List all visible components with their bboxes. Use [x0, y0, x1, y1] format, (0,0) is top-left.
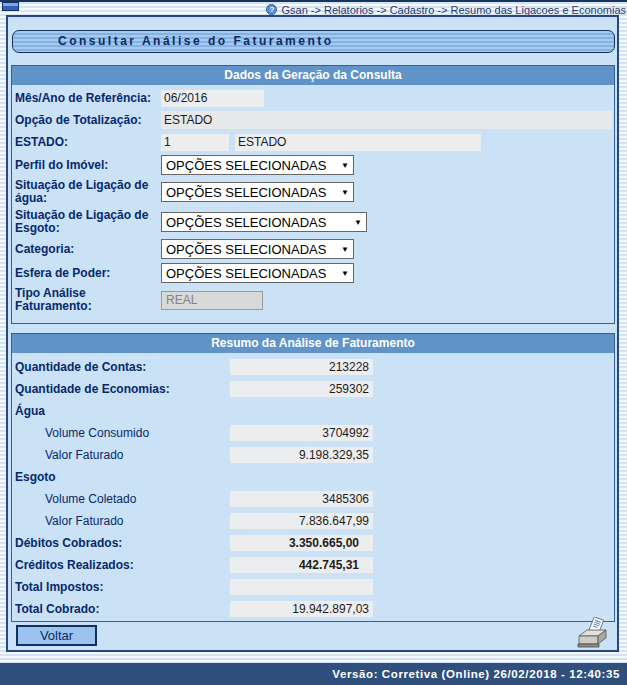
- valor-faturado-agua-label: Valor Faturado: [15, 448, 230, 462]
- row-agua-group: Água: [15, 402, 612, 419]
- row-mes-ano: Mês/Ano de Referência: 06/2016: [15, 89, 612, 107]
- row-volume-coletado: Volume Coletado 3485306: [15, 490, 612, 507]
- categoria-select[interactable]: OPÇÕES SELECIONADAS: [161, 239, 354, 259]
- qtd-contas-label: Quantidade de Contas:: [15, 360, 230, 374]
- row-perfil-imovel: Perfil do Imóvel: OPÇÕES SELECIONADAS ▼: [15, 155, 612, 175]
- row-totalizacao: Opção de Totalização: ESTADO: [15, 111, 612, 129]
- row-qtd-contas: Quantidade de Contas: 213228: [15, 358, 612, 375]
- total-cobrado-label: Total Cobrado:: [15, 602, 230, 616]
- main-panel: Consultar Análise do Faturamento Dados d…: [6, 15, 619, 652]
- qtd-economias-label: Quantidade de Economias:: [15, 382, 230, 396]
- total-cobrado-value: 19.942.897,03: [230, 601, 373, 617]
- mes-ano-value: 06/2016: [161, 90, 264, 107]
- esfera-poder-select[interactable]: OPÇÕES SELECIONADAS: [161, 263, 354, 283]
- totalizacao-label: Opção de Totalização:: [15, 114, 161, 127]
- section-dados-consulta: Dados da Geração da Consulta Mês/Ano de …: [11, 65, 615, 324]
- debitos-cobrados-label: Débitos Cobrados:: [15, 536, 230, 550]
- categoria-label: Categoria:: [15, 243, 161, 256]
- creditos-realizados-value: 442.745,31: [230, 557, 373, 573]
- menu-chip[interactable]: [2, 2, 19, 11]
- volume-consumido-label: Volume Consumido: [15, 426, 230, 440]
- situacao-esgoto-label: Situação de Ligação de Esgoto:: [15, 209, 161, 235]
- tipo-analise-label: Tipo Análise Faturamento:: [15, 287, 161, 313]
- debitos-cobrados-value: 3.350.665,00: [230, 535, 373, 551]
- row-creditos-realizados: Créditos Realizados: 442.745,31: [15, 556, 612, 573]
- row-situacao-esgoto: Situação de Ligação de Esgoto: OPÇÕES SE…: [15, 209, 612, 235]
- row-qtd-economias: Quantidade de Economias: 259302: [15, 380, 612, 397]
- total-impostos-label: Total Impostos:: [15, 580, 230, 594]
- creditos-realizados-label: Créditos Realizados:: [15, 558, 230, 572]
- estado-label: ESTADO:: [15, 136, 161, 149]
- mes-ano-label: Mês/Ano de Referência:: [15, 92, 161, 105]
- totalizacao-value: ESTADO: [161, 111, 612, 129]
- situacao-agua-label: Situação de Ligação de água:: [15, 179, 161, 205]
- section-dados-header: Dados da Geração da Consulta: [12, 66, 614, 85]
- help-icon[interactable]: ?: [266, 4, 277, 15]
- row-total-impostos: Total Impostos:: [15, 578, 612, 595]
- situacao-agua-select[interactable]: OPÇÕES SELECIONADAS: [161, 182, 354, 202]
- esfera-poder-label: Esfera de Poder:: [15, 267, 161, 280]
- agua-group-label: Água: [15, 404, 230, 418]
- page-title: Consultar Análise do Faturamento: [12, 30, 615, 53]
- printer-icon[interactable]: [577, 617, 609, 649]
- row-categoria: Categoria: OPÇÕES SELECIONADAS ▼: [15, 239, 612, 259]
- row-estado: ESTADO: 1 ESTADO: [15, 133, 612, 151]
- row-situacao-agua: Situação de Ligação de água: OPÇÕES SELE…: [15, 179, 612, 205]
- esgoto-group-label: Esgoto: [15, 470, 230, 484]
- total-impostos-value: [230, 579, 373, 595]
- row-debitos-cobrados: Débitos Cobrados: 3.350.665,00: [15, 534, 612, 551]
- volume-coletado-value: 3485306: [230, 491, 373, 507]
- perfil-imovel-select[interactable]: OPÇÕES SELECIONADAS: [161, 155, 354, 175]
- row-valor-faturado-agua: Valor Faturado 9.198.329,35: [15, 446, 612, 463]
- breadcrumb-text: Gsan -> Relatorios -> Cadastro -> Resumo…: [281, 4, 626, 16]
- qtd-contas-value: 213228: [230, 359, 373, 375]
- volume-coletado-label: Volume Coletado: [15, 492, 230, 506]
- valor-faturado-esgoto-value: 7.836.647,99: [230, 513, 373, 529]
- voltar-button[interactable]: Voltar: [16, 625, 97, 646]
- row-tipo-analise: Tipo Análise Faturamento: REAL: [15, 287, 612, 313]
- estado-code-value: 1: [161, 134, 229, 151]
- valor-faturado-esgoto-label: Valor Faturado: [15, 514, 230, 528]
- section-resumo-header: Resumo da Análise de Faturamento: [12, 334, 614, 353]
- estado-name-value: ESTADO: [235, 134, 481, 151]
- valor-faturado-agua-value: 9.198.329,35: [230, 447, 373, 463]
- tipo-analise-value: REAL: [161, 291, 263, 310]
- row-total-cobrado: Total Cobrado: 19.942.897,03: [15, 600, 612, 617]
- row-valor-faturado-esgoto: Valor Faturado 7.836.647,99: [15, 512, 612, 529]
- row-esfera-poder: Esfera de Poder: OPÇÕES SELECIONADAS ▼: [15, 263, 612, 283]
- volume-consumido-value: 3704992: [230, 425, 373, 441]
- section-resumo: Resumo da Análise de Faturamento Quantid…: [11, 333, 615, 622]
- perfil-imovel-label: Perfil do Imóvel:: [15, 159, 161, 172]
- row-esgoto-group: Esgoto: [15, 468, 612, 485]
- row-volume-consumido: Volume Consumido 3704992: [15, 424, 612, 441]
- qtd-economias-value: 259302: [230, 381, 373, 397]
- top-border-line: [0, 0, 627, 2]
- version-bar: Versão: Corretiva (Online) 26/02/2018 - …: [0, 663, 627, 685]
- situacao-esgoto-select[interactable]: OPÇÕES SELECIONADAS: [161, 212, 367, 232]
